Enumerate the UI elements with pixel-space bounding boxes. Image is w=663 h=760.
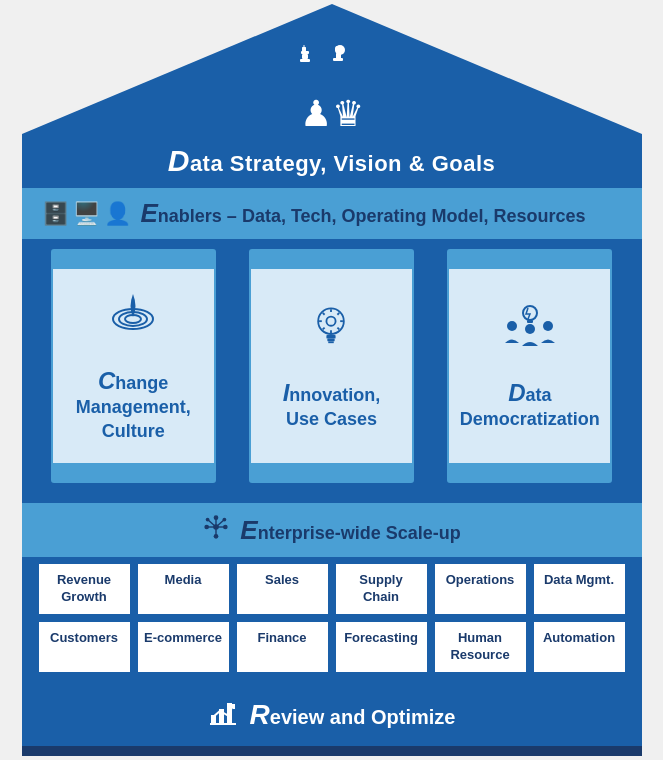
- svg-line-20: [338, 328, 340, 330]
- server-icon: 🖥️: [73, 201, 100, 227]
- grid-cell-human-resource: Human Resource: [434, 621, 527, 673]
- main-frame: ♟♛ DData Strategy, Vision & Goalsata Str…: [22, 4, 642, 756]
- svg-rect-24: [328, 339, 335, 342]
- svg-rect-7: [333, 58, 343, 61]
- grid-cell-supply-chain: Supply Chain: [335, 563, 428, 615]
- pillar-body-2: Innovation,Use Cases: [249, 267, 414, 465]
- chart-bar-icon: [208, 697, 238, 734]
- grid-section: Revenue Growth Media Sales Supply Chain …: [22, 557, 642, 685]
- enablers-bar: 🗄️ 🖥️ 👤 Enablers – Data, Tech, Operating…: [22, 188, 642, 239]
- enterprise-big-e: E: [240, 515, 257, 545]
- pillar-cap-bottom-3: [447, 465, 612, 483]
- svg-point-26: [507, 321, 517, 331]
- pillar-cap-top-3: [447, 249, 612, 267]
- svg-line-19: [323, 313, 325, 315]
- svg-rect-23: [327, 335, 336, 339]
- people-icon: 👤: [104, 201, 131, 227]
- database-icon: 🗄️: [42, 201, 69, 227]
- grid-row-2: Customers E-commerce Finance Forecasting…: [38, 621, 626, 673]
- enterprise-title: Enterprise-wide Scale-up: [240, 515, 460, 546]
- grid-cell-data-mgmt: Data Mgmt.: [533, 563, 626, 615]
- roof-triangle: ♟♛: [22, 4, 642, 134]
- grid-row-1: Revenue Growth Media Sales Supply Chain …: [38, 563, 626, 615]
- strategy-big-d: D: [168, 144, 190, 177]
- svg-line-22: [323, 328, 325, 330]
- pillar-cap-top-1: [51, 249, 216, 267]
- enablers-icons: 🗄️ 🖥️ 👤: [42, 201, 131, 227]
- pillar-body-1: ChangeManagement,Culture: [51, 267, 216, 465]
- svg-point-9: [340, 49, 343, 53]
- enablers-big-e: E: [141, 198, 158, 228]
- review-title: Review and Optimize: [250, 699, 456, 731]
- network-icon: [202, 513, 230, 547]
- svg-point-27: [543, 321, 553, 331]
- pillar-cap-bottom-1: [51, 465, 216, 483]
- chess-icon: ♟♛: [300, 44, 364, 135]
- svg-point-13: [319, 308, 345, 334]
- pillars-section: ChangeManagement,Culture: [22, 239, 642, 503]
- svg-rect-4: [300, 59, 310, 62]
- grid-cell-operations: Operations: [434, 563, 527, 615]
- enterprise-bar: Enterprise-wide Scale-up: [22, 503, 642, 557]
- grid-cell-finance: Finance: [236, 621, 329, 673]
- grid-cell-ecommerce: E-commerce: [137, 621, 230, 673]
- pillar-body-3: DataDemocratization: [447, 267, 612, 465]
- grid-cell-sales: Sales: [236, 563, 329, 615]
- grid-cell-automation: Automation: [533, 621, 626, 673]
- pillar-title-2: Innovation,Use Cases: [283, 377, 381, 432]
- pillar-innovation: Innovation,Use Cases: [240, 249, 423, 483]
- svg-line-43: [216, 520, 224, 527]
- grid-cell-media: Media: [137, 563, 230, 615]
- svg-line-21: [338, 313, 340, 315]
- strategy-title: DData Strategy, Vision & Goalsata Strate…: [42, 144, 622, 178]
- team-lightbulb-icon: [500, 301, 560, 365]
- svg-point-29: [523, 306, 537, 320]
- pillar-title-3: DataDemocratization: [460, 377, 600, 432]
- review-big-r: R: [250, 699, 270, 730]
- svg-line-42: [208, 520, 216, 527]
- strategy-bar: DData Strategy, Vision & Goalsata Strate…: [22, 134, 642, 188]
- svg-rect-3: [302, 54, 308, 59]
- svg-rect-2: [301, 51, 309, 54]
- pillar-cap-top-2: [249, 249, 414, 267]
- enablers-title: Enablers – Data, Tech, Operating Model, …: [141, 198, 586, 229]
- svg-point-28: [525, 324, 535, 334]
- lightbulb-icon: [306, 301, 356, 365]
- pillar-change-management: ChangeManagement,Culture: [42, 249, 225, 483]
- pillar-data-democratization: DataDemocratization: [438, 249, 621, 483]
- svg-rect-1: [303, 45, 304, 51]
- grid-cell-customers: Customers: [38, 621, 131, 673]
- svg-rect-30: [527, 320, 533, 323]
- pillar-title-1: ChangeManagement,Culture: [76, 365, 191, 443]
- review-bar: Review and Optimize: [22, 685, 642, 746]
- svg-point-14: [327, 317, 336, 326]
- base-bar: [22, 746, 642, 756]
- roof-section: ♟♛: [22, 4, 642, 134]
- pillar-cap-bottom-2: [249, 465, 414, 483]
- water-drop-icon: [108, 289, 158, 353]
- grid-cell-forecasting: Forecasting: [335, 621, 428, 673]
- grid-cell-revenue-growth: Revenue Growth: [38, 563, 131, 615]
- svg-point-8: [335, 46, 339, 52]
